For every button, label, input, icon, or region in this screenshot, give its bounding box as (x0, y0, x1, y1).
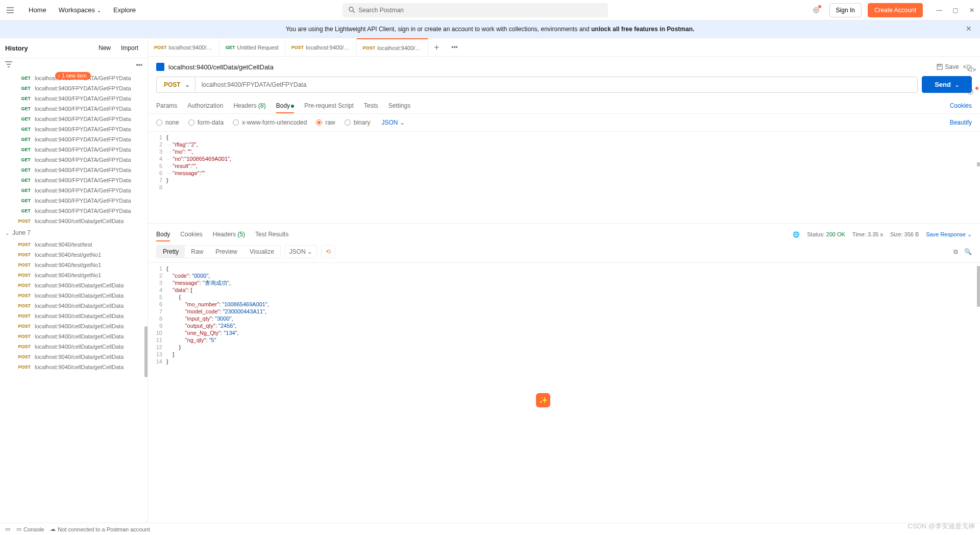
watermark: CSDN @李安迪是戈神 (908, 522, 975, 525)
history-item[interactable]: GETlocalhost:9400/FPYDATA/GetFPYData (0, 83, 148, 93)
view-pretty[interactable]: Pretty (157, 246, 185, 258)
new-item-pill[interactable]: 1 new item (55, 72, 91, 80)
method-select[interactable]: POST (156, 77, 195, 93)
scrollbar-thumb[interactable] (144, 326, 148, 377)
more-icon[interactable]: ••• (136, 62, 142, 69)
history-item[interactable]: GETlocalhost:9400/FPYDATA/GetFPYData (0, 104, 148, 114)
history-item[interactable]: POSTlocalhost:9400/cellData/getCellData (0, 301, 148, 311)
search-placeholder: Search Postman (358, 7, 404, 14)
history-item[interactable]: GETlocalhost:9400/FPYDATA/GetFPYData (0, 93, 148, 104)
history-item[interactable]: GETlocalhost:9400/FPYDATA/GetFPYData (0, 165, 148, 175)
history-item[interactable]: GETlocalhost:9400/FPYDATA/GetFPYData (0, 124, 148, 134)
history-item[interactable]: POSTlocalhost:9400/cellData/getCellData (0, 321, 148, 331)
history-item[interactable]: GETlocalhost:9400/FPYDATA/GetFPYData (0, 155, 148, 165)
request-body-editor[interactable]: 12345678 { ····"rflag":"2", ····"mo": ""… (148, 131, 980, 223)
copy-icon[interactable]: ⧉ (953, 248, 958, 255)
minimize-icon[interactable]: — (935, 6, 943, 14)
request-tab[interactable]: POSTlocalhost:9400/FPYDAT (285, 38, 357, 56)
view-raw[interactable]: Raw (185, 246, 209, 258)
svg-point-2 (815, 9, 817, 11)
scrollbar-thumb[interactable] (977, 162, 980, 166)
history-item[interactable]: GETlocalhost:9400/FPYDATA/GetFPYData (0, 175, 148, 185)
close-icon[interactable]: ✕ (968, 6, 976, 14)
history-item[interactable]: GETlocalhost:9400/FPYDATA/GetFPYData (0, 134, 148, 144)
history-item[interactable]: GETlocalhost:9400/FPYDATA/GetFPYData (0, 206, 148, 216)
history-item[interactable]: POSTlocalhost:9040/test/getNo1 (0, 250, 148, 260)
history-list[interactable]: 1 new item GETlocalhost:9400/FPYDATA/Get… (0, 71, 148, 525)
history-item[interactable]: GETlocalhost:9400/FPYDATA/GetFPYData (0, 185, 148, 196)
format-dropdown[interactable]: JSON (381, 119, 404, 126)
rail-info-icon[interactable]: ⓘ (967, 88, 976, 97)
save-button[interactable]: Save (937, 63, 959, 70)
tab-params[interactable]: Params (156, 98, 177, 113)
signin-button[interactable]: Sign In (829, 3, 862, 17)
resp-tab-body[interactable]: Body (156, 228, 170, 241)
search-icon (349, 7, 355, 13)
history-item[interactable]: POSTlocalhost:9040/test/getNo1 (0, 270, 148, 280)
radio-binary[interactable]: binary (345, 119, 371, 126)
request-tab[interactable]: POSTlocalhost:9400/cellData (357, 38, 428, 56)
hamburger-icon[interactable] (4, 4, 16, 16)
tab-headers[interactable]: Headers (8) (233, 98, 265, 113)
history-item[interactable]: GETlocalhost:9400/FPYDATA/GetFPYData (0, 196, 148, 206)
date-group[interactable]: June 7 (0, 226, 148, 239)
cookies-link[interactable]: Cookies (950, 102, 972, 109)
tab-authorization[interactable]: Authorization (187, 98, 223, 113)
history-item[interactable]: POSTlocalhost:9400/cellData/getCellData (0, 342, 148, 352)
nav-home[interactable]: Home (22, 6, 53, 14)
globe-icon[interactable]: 🌐 (793, 231, 800, 238)
response-format-dropdown[interactable]: JSON (285, 245, 317, 258)
svg-rect-4 (938, 64, 941, 66)
history-item[interactable]: POSTlocalhost:9040/cellData/getCellData (0, 352, 148, 362)
history-item[interactable]: POSTlocalhost:9040/cellData/getCellData (0, 362, 148, 372)
radio-none[interactable]: none (156, 119, 179, 126)
beautify-link[interactable]: Beautify (950, 119, 972, 126)
history-item[interactable]: POSTlocalhost:9400/cellData/getCellData (0, 331, 148, 342)
banner-bold: unlock all free features in Postman. (591, 26, 694, 33)
history-item[interactable]: POSTlocalhost:9400/cellData/getCellData (0, 280, 148, 290)
search-response-icon[interactable]: 🔍 (964, 248, 972, 255)
sidebar: History New Import ••• 1 new item GETloc… (0, 38, 148, 525)
info-banner: You are using the Lightweight API Client… (0, 20, 980, 38)
history-item[interactable]: POSTlocalhost:9400/cellData/getCellData (0, 290, 148, 301)
tab-body[interactable]: Body (276, 98, 294, 113)
view-preview[interactable]: Preview (209, 246, 243, 258)
view-visualize[interactable]: Visualize (243, 246, 280, 258)
nav-explore[interactable]: Explore (107, 6, 142, 14)
filter-icon[interactable] (5, 61, 136, 69)
create-account-button[interactable]: Create Account (868, 3, 923, 17)
resp-tab-tests[interactable]: Test Results (255, 228, 288, 241)
radio-urlencoded[interactable]: x-www-form-urlencoded (233, 119, 307, 126)
new-button[interactable]: New (94, 42, 115, 54)
titlebar: Home Workspaces Explore Search Postman S… (0, 0, 980, 20)
tab-settings[interactable]: Settings (388, 98, 410, 113)
scrollbar-thumb[interactable] (977, 266, 980, 307)
response-body[interactable]: 1234567891011121314 { "code": "0000", "m… (148, 262, 980, 525)
request-tab[interactable]: GETUntitled Request (219, 38, 285, 56)
tab-more-icon[interactable]: ••• (445, 44, 464, 51)
resp-tab-headers[interactable]: Headers (5) (213, 228, 245, 241)
settings-icon[interactable] (809, 3, 823, 17)
save-response-link[interactable]: Save Response (926, 231, 972, 238)
history-item[interactable]: GETlocalhost:9400/FPYDATA/GetFPYData (0, 114, 148, 124)
tab-prerequest[interactable]: Pre-request Script (304, 98, 354, 113)
nav-workspaces[interactable]: Workspaces (53, 6, 107, 14)
wrap-icon[interactable]: ⟲ (321, 245, 335, 258)
history-item[interactable]: POSTlocalhost:9400/cellData/getCellData (0, 216, 148, 226)
maximize-icon[interactable]: ▢ (951, 6, 960, 14)
resp-tab-cookies[interactable]: Cookies (180, 228, 202, 241)
history-item[interactable]: POSTlocalhost:9400/cellData/getCellData (0, 311, 148, 321)
request-tab[interactable]: POSTlocalhost:9400/cellData (148, 38, 219, 56)
import-button[interactable]: Import (117, 42, 142, 54)
search-input[interactable]: Search Postman (342, 3, 608, 17)
tabs-bar: POSTlocalhost:9400/cellDataGETUntitled R… (148, 38, 980, 57)
url-input[interactable]: localhost:9400/FPYDATA/GetFPYData (195, 77, 918, 93)
history-item[interactable]: POSTlocalhost:9040/test/test (0, 239, 148, 250)
radio-raw[interactable]: raw (316, 119, 335, 126)
radio-formdata[interactable]: form-data (188, 119, 224, 126)
add-tab-icon[interactable]: + (428, 43, 445, 52)
history-item[interactable]: GETlocalhost:9400/FPYDATA/GetFPYData (0, 144, 148, 155)
tab-tests[interactable]: Tests (364, 98, 378, 113)
history-item[interactable]: POSTlocalhost:9040/test/getNo1 (0, 260, 148, 270)
rail-code-icon[interactable]: </> (967, 66, 976, 76)
